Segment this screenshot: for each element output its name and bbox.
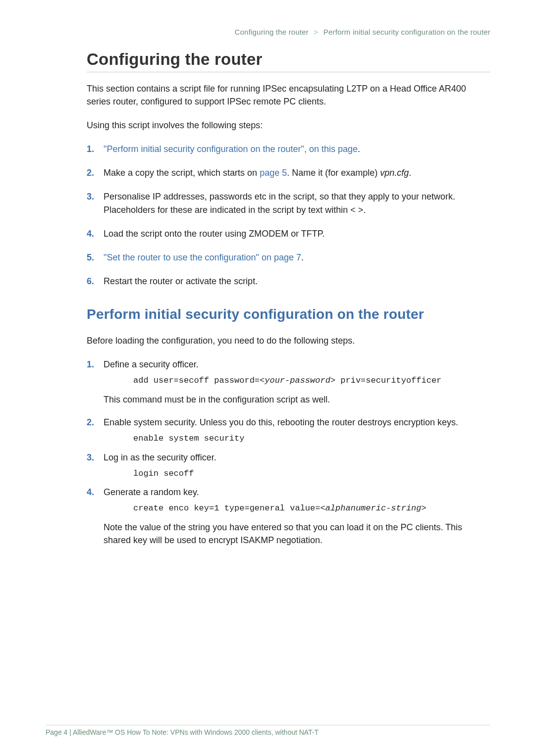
step-a-2-tail: . bbox=[409, 168, 411, 178]
step-a-1-tail: . bbox=[358, 144, 360, 154]
code-text: > priv=securityofficer bbox=[330, 376, 441, 385]
step-b-2-code: enable system security bbox=[120, 433, 490, 445]
step-b-4: Generate a random key. create enco key=1… bbox=[87, 486, 490, 547]
step-a-2-pre: Make a copy the script, which starts on bbox=[104, 168, 260, 178]
step-a-3: Personalise IP addresses, passwords etc … bbox=[87, 190, 490, 216]
section-heading: Perform initial security configuration o… bbox=[87, 306, 490, 322]
step-a-1-link[interactable]: "Perform initial security configuration … bbox=[104, 144, 358, 154]
code-text: create enco key=1 type=general value=< bbox=[133, 504, 325, 513]
step-a-2: Make a copy the script, which starts on … bbox=[87, 166, 490, 179]
step-b-2-text: Enable system security. Unless you do th… bbox=[104, 417, 458, 427]
step-b-4-code: create enco key=1 type=general value=<al… bbox=[120, 503, 490, 515]
page-title: Configuring the router bbox=[87, 50, 490, 69]
step-b-2: Enable system security. Unless you do th… bbox=[87, 416, 490, 445]
step-a-6: Restart the router or activate the scrip… bbox=[87, 275, 490, 288]
code-placeholder: your-password bbox=[265, 376, 330, 385]
steps-list-a: "Perform initial security configuration … bbox=[87, 143, 490, 288]
step-a-1: "Perform initial security configuration … bbox=[87, 143, 490, 155]
step-b-1-code: add user=secoff password=<your-password>… bbox=[120, 375, 490, 387]
step-b-3-text: Log in as the security officer. bbox=[104, 453, 216, 462]
code-placeholder: alphanumeric-string bbox=[325, 504, 422, 513]
step-a-4: Load the script onto the router using ZM… bbox=[87, 227, 490, 240]
step-a-2-mid: . Name it (for example) bbox=[287, 168, 380, 178]
step-b-4-text: Generate a random key. bbox=[104, 487, 199, 497]
step-b-1: Define a security officer. add user=seco… bbox=[87, 358, 490, 406]
title-rule bbox=[87, 72, 490, 72]
steps-list-b: Define a security officer. add user=seco… bbox=[87, 358, 490, 547]
breadcrumb-section: Configuring the router bbox=[235, 28, 309, 36]
intro-paragraph-2: Using this script involves the following… bbox=[87, 119, 490, 132]
step-b-3-code: login secoff bbox=[120, 468, 490, 480]
intro-paragraph-1: This section contains a script file for … bbox=[87, 82, 490, 108]
before-paragraph: Before loading the configuration, you ne… bbox=[87, 334, 490, 347]
step-a-5-link[interactable]: "Set the router to use the configuration… bbox=[104, 252, 301, 262]
step-a-2-filename: vpn.cfg bbox=[380, 168, 409, 178]
breadcrumb-separator: > bbox=[314, 28, 318, 36]
step-b-3: Log in as the security officer. login se… bbox=[87, 451, 490, 480]
breadcrumb-subsection: Perform initial security configuration o… bbox=[323, 28, 490, 36]
footer-rule bbox=[46, 725, 490, 725]
step-a-5-tail: . bbox=[301, 252, 304, 262]
step-a-2-link[interactable]: page 5 bbox=[260, 168, 287, 178]
step-a-5: "Set the router to use the configuration… bbox=[87, 251, 490, 264]
step-b-1-after: This command must be in the configuratio… bbox=[104, 393, 490, 406]
code-text: > bbox=[422, 504, 427, 513]
page-footer: Page 4 | AlliedWare™ OS How To Note: VPN… bbox=[46, 725, 490, 736]
breadcrumb: Configuring the router > Perform initial… bbox=[87, 28, 490, 36]
step-b-1-text: Define a security officer. bbox=[104, 359, 199, 369]
code-text: add user=secoff password=< bbox=[133, 376, 265, 385]
step-b-4-after: Note the value of the string you have en… bbox=[104, 521, 490, 547]
footer-text: Page 4 | AlliedWare™ OS How To Note: VPN… bbox=[46, 728, 490, 736]
